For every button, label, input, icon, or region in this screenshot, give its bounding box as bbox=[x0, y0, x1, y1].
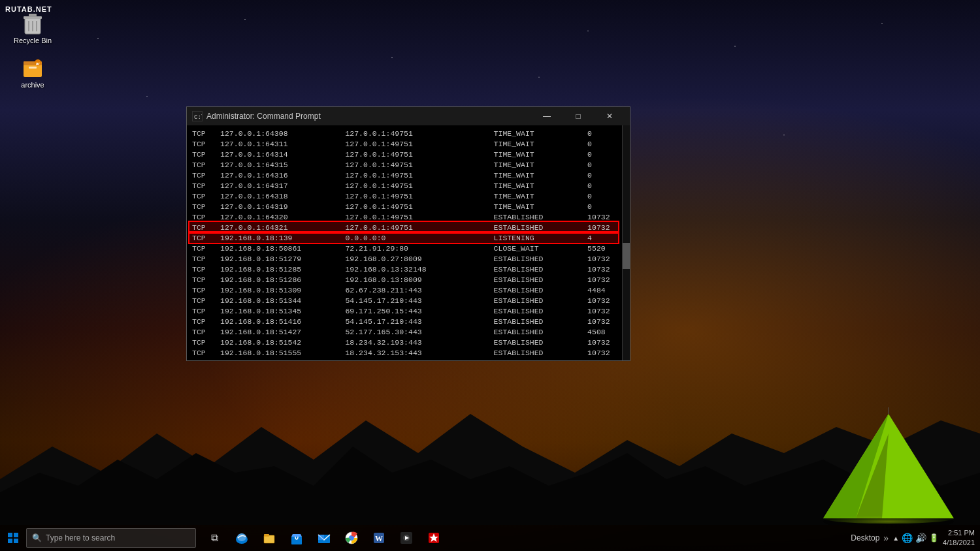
table-cell-local: 127.0.0.1:64317 bbox=[218, 180, 342, 191]
table-cell-local: 127.0.0.1:64321 bbox=[218, 222, 342, 232]
svg-text:W: W bbox=[375, 534, 383, 543]
table-cell-state: ESTABLISHED bbox=[491, 316, 585, 326]
table-row: TCP bbox=[189, 358, 218, 360]
table-cell-pid: 0 bbox=[585, 201, 618, 212]
table-cell-state: ESTABLISHED bbox=[491, 253, 585, 264]
table-cell-local: 127.0.0.1:64318 bbox=[218, 191, 342, 201]
extra-icon bbox=[427, 531, 440, 544]
recycle-bin-icon[interactable]: Recycle Bin bbox=[13, 13, 52, 44]
table-cell-local: 127.0.0.1:64311 bbox=[218, 138, 342, 149]
table-cell-foreign: 127.0.0.1:49751 bbox=[342, 191, 491, 201]
logo-quad-1 bbox=[8, 533, 12, 537]
table-cell-local: 127.0.0.1:64319 bbox=[218, 201, 342, 212]
table-cell-pid: 5520 bbox=[585, 243, 618, 253]
maximize-button[interactable]: □ bbox=[563, 107, 593, 125]
table-cell-foreign: 127.0.0.1:49751 bbox=[342, 128, 491, 138]
system-tray: ▲ 🌐 🔊 🔋 bbox=[892, 533, 939, 543]
table-cell-state: TIME_WAIT bbox=[491, 180, 585, 191]
table-row: TCP bbox=[189, 138, 218, 149]
table-cell-foreign: 192.168.0.27:8009 bbox=[342, 253, 491, 264]
media-icon bbox=[400, 531, 413, 544]
archive-label: archive bbox=[21, 81, 44, 89]
cmd-icon: C:\ bbox=[192, 111, 203, 121]
table-cell-foreign: 127.0.0.1:49751 bbox=[342, 180, 491, 191]
archive-icon[interactable]: ar archive bbox=[13, 57, 52, 89]
clock-time: 2:51 PM bbox=[948, 528, 975, 538]
table-cell-pid: 10732 bbox=[585, 222, 618, 232]
word-button[interactable]: W bbox=[366, 525, 392, 551]
table-cell-state: ESTABLISHED bbox=[491, 306, 585, 316]
table-row: TCP bbox=[189, 295, 218, 306]
chrome-button[interactable] bbox=[338, 525, 365, 551]
scrollbar-thumb[interactable] bbox=[623, 243, 630, 269]
table-cell-state: ESTABLISHED bbox=[491, 222, 585, 232]
table-row: TCP bbox=[189, 191, 218, 201]
table-cell-foreign: 192.168.0.13:8009 bbox=[342, 274, 491, 285]
table-cell-foreign: 18.234.32.193:443 bbox=[342, 337, 491, 347]
table-row: TCP bbox=[189, 243, 218, 253]
edge-button[interactable] bbox=[229, 525, 255, 551]
table-cell-pid: 10732 bbox=[585, 316, 618, 326]
up-arrow-icon[interactable]: ▲ bbox=[892, 535, 899, 542]
cmd-controls: — □ ✕ bbox=[532, 107, 625, 125]
media-button[interactable] bbox=[393, 525, 419, 551]
desktop-icons: Recycle Bin ar archive bbox=[13, 13, 52, 89]
table-cell-foreign: 127.0.0.1:49751 bbox=[342, 222, 491, 232]
taskbar-center-icons: ⧉ bbox=[201, 525, 447, 551]
table-cell-pid: 10732 bbox=[585, 347, 618, 358]
table-row: TCP bbox=[189, 180, 218, 191]
svg-rect-16 bbox=[29, 67, 37, 69]
logo-quad-4 bbox=[14, 539, 18, 543]
table-cell-foreign: 62.67.238.211:443 bbox=[342, 285, 491, 295]
tent bbox=[817, 407, 960, 525]
network-icon[interactable]: 🌐 bbox=[902, 533, 913, 543]
extra-button[interactable] bbox=[421, 525, 447, 551]
taskview-button[interactable]: ⧉ bbox=[201, 525, 227, 551]
table-cell-state: TIME_WAIT bbox=[491, 170, 585, 180]
table-cell-local: 127.0.0.1:64308 bbox=[218, 128, 342, 138]
table-cell-pid: 0 bbox=[585, 180, 618, 191]
edge-icon bbox=[235, 531, 248, 544]
table-cell-pid: 0 bbox=[585, 128, 618, 138]
svg-text:ar: ar bbox=[36, 61, 41, 66]
table-cell-pid: 0 bbox=[585, 159, 618, 170]
mail-icon bbox=[318, 531, 331, 544]
table-row: TCP bbox=[189, 326, 218, 337]
table-cell-local: 192.168.0.18:51427 bbox=[218, 326, 342, 337]
taskbar-search[interactable]: 🔍 Type here to search bbox=[26, 528, 196, 548]
table-cell-local: 192.168.0.18:51416 bbox=[218, 316, 342, 326]
recycle-bin-image bbox=[22, 13, 43, 34]
table-cell-local: 192.168.0.18:139 bbox=[218, 232, 342, 243]
table-cell-local: 127.0.0.1:64316 bbox=[218, 170, 342, 180]
table-cell-pid: 10732 bbox=[585, 253, 618, 264]
battery-icon[interactable]: 🔋 bbox=[929, 533, 939, 543]
table-cell-pid: 10732 bbox=[585, 295, 618, 306]
taskbar-right: Desktop » ▲ 🌐 🔊 🔋 2:51 PM 4/18/2021 bbox=[851, 528, 980, 548]
taskview-icon: ⧉ bbox=[211, 532, 218, 544]
expand-icon[interactable]: » bbox=[883, 533, 889, 543]
desktop: RUTAB.NET Recycle Bin bbox=[0, 0, 980, 551]
store-button[interactable] bbox=[284, 525, 310, 551]
table-row: TCP bbox=[189, 212, 218, 222]
svg-rect-29 bbox=[318, 535, 324, 540]
start-button[interactable] bbox=[0, 525, 26, 551]
table-row: TCP bbox=[189, 201, 218, 212]
table-cell-state: TIME_WAIT bbox=[491, 159, 585, 170]
word-icon: W bbox=[372, 531, 385, 544]
table-cell-pid: 4508 bbox=[585, 326, 618, 337]
table-row: TCP bbox=[189, 264, 218, 274]
cmd-content: TCP 127.0.0.1:64308 127.0.0.1:49751 TIME… bbox=[187, 125, 630, 360]
mail-button[interactable] bbox=[311, 525, 337, 551]
system-clock[interactable]: 2:51 PM 4/18/2021 bbox=[943, 528, 975, 548]
close-button[interactable]: ✕ bbox=[595, 107, 625, 125]
search-placeholder: Type here to search bbox=[46, 533, 115, 543]
explorer-button[interactable] bbox=[256, 525, 282, 551]
table-cell-local: 192.168.0.18:51345 bbox=[218, 306, 342, 316]
clock-date: 4/18/2021 bbox=[943, 538, 975, 548]
volume-icon[interactable]: 🔊 bbox=[915, 533, 926, 543]
table-cell-foreign: 127.0.0.1:49751 bbox=[342, 201, 491, 212]
table-cell-local: 127.0.0.1:64320 bbox=[218, 212, 342, 222]
table-cell-local: 192.168.0.18:51542 bbox=[218, 337, 342, 347]
scrollbar[interactable] bbox=[622, 125, 630, 360]
minimize-button[interactable]: — bbox=[532, 107, 562, 125]
